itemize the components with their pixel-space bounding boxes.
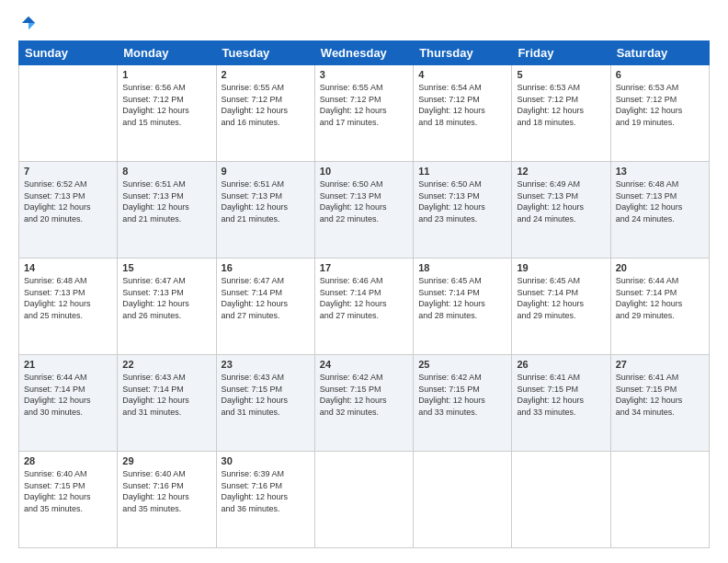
day-info: Sunrise: 6:47 AMSunset: 7:14 PMDaylight:… bbox=[222, 275, 310, 321]
day-info: Sunrise: 6:53 AMSunset: 7:12 PMDaylight:… bbox=[616, 82, 704, 128]
sunrise-label: Sunrise: 6:53 AM bbox=[616, 83, 679, 92]
calendar-cell: 9Sunrise: 6:51 AMSunset: 7:13 PMDaylight… bbox=[216, 162, 314, 259]
sunset-label: Sunset: 7:12 PM bbox=[418, 95, 480, 104]
day-info: Sunrise: 6:51 AMSunset: 7:13 PMDaylight:… bbox=[122, 178, 210, 224]
daylight-label: Daylight: 12 hoursand 27 minutes. bbox=[320, 299, 387, 320]
day-number: 1 bbox=[122, 69, 210, 80]
daylight-label: Daylight: 12 hoursand 35 minutes. bbox=[122, 492, 189, 513]
day-number: 23 bbox=[222, 359, 310, 370]
sunset-label: Sunset: 7:13 PM bbox=[122, 191, 184, 201]
daylight-label: Daylight: 12 hoursand 17 minutes. bbox=[320, 106, 387, 127]
daylight-label: Daylight: 12 hoursand 22 minutes. bbox=[320, 202, 387, 224]
sunset-label: Sunset: 7:16 PM bbox=[122, 481, 184, 490]
day-number: 13 bbox=[616, 166, 704, 177]
calendar-cell bbox=[610, 452, 709, 548]
day-info: Sunrise: 6:56 AMSunset: 7:12 PMDaylight:… bbox=[122, 82, 210, 128]
calendar-cell bbox=[19, 65, 118, 162]
day-number: 28 bbox=[24, 455, 112, 466]
sunset-label: Sunset: 7:15 PM bbox=[222, 385, 283, 394]
daylight-label: Daylight: 12 hoursand 16 minutes. bbox=[222, 106, 289, 127]
day-number: 14 bbox=[24, 262, 112, 273]
sunrise-label: Sunrise: 6:39 AM bbox=[222, 469, 285, 478]
day-info: Sunrise: 6:41 AMSunset: 7:15 PMDaylight:… bbox=[517, 372, 605, 418]
daylight-label: Daylight: 12 hoursand 32 minutes. bbox=[320, 396, 387, 417]
calendar-cell: 8Sunrise: 6:51 AMSunset: 7:13 PMDaylight… bbox=[118, 162, 216, 259]
calendar-cell: 25Sunrise: 6:42 AMSunset: 7:15 PMDayligh… bbox=[414, 355, 512, 452]
daylight-label: Daylight: 12 hoursand 33 minutes. bbox=[418, 396, 485, 417]
day-info: Sunrise: 6:49 AMSunset: 7:13 PMDaylight:… bbox=[517, 178, 605, 224]
day-info: Sunrise: 6:43 AMSunset: 7:15 PMDaylight:… bbox=[222, 372, 310, 418]
calendar-cell: 16Sunrise: 6:47 AMSunset: 7:14 PMDayligh… bbox=[216, 259, 314, 355]
column-header-tuesday: Tuesday bbox=[216, 41, 314, 65]
daylight-label: Daylight: 12 hoursand 25 minutes. bbox=[24, 299, 91, 320]
day-number: 12 bbox=[517, 166, 605, 177]
daylight-label: Daylight: 12 hoursand 18 minutes. bbox=[517, 106, 584, 127]
daylight-label: Daylight: 12 hoursand 18 minutes. bbox=[418, 106, 485, 127]
day-number: 19 bbox=[517, 262, 605, 273]
calendar-cell: 21Sunrise: 6:44 AMSunset: 7:14 PMDayligh… bbox=[19, 355, 118, 452]
day-number: 2 bbox=[222, 69, 310, 80]
sunrise-label: Sunrise: 6:48 AM bbox=[616, 179, 679, 189]
day-info: Sunrise: 6:43 AMSunset: 7:14 PMDaylight:… bbox=[122, 372, 210, 418]
sunrise-label: Sunrise: 6:42 AM bbox=[320, 373, 383, 382]
sunrise-label: Sunrise: 6:45 AM bbox=[418, 276, 482, 285]
sunset-label: Sunset: 7:12 PM bbox=[222, 95, 283, 104]
sunrise-label: Sunrise: 6:40 AM bbox=[24, 469, 87, 478]
daylight-label: Daylight: 12 hoursand 30 minutes. bbox=[24, 396, 91, 417]
day-number: 18 bbox=[418, 262, 506, 273]
sunrise-label: Sunrise: 6:55 AM bbox=[320, 83, 383, 92]
daylight-label: Daylight: 12 hoursand 33 minutes. bbox=[517, 396, 584, 417]
calendar-cell: 30Sunrise: 6:39 AMSunset: 7:16 PMDayligh… bbox=[216, 452, 314, 548]
calendar-cell: 24Sunrise: 6:42 AMSunset: 7:15 PMDayligh… bbox=[314, 355, 413, 452]
day-info: Sunrise: 6:50 AMSunset: 7:13 PMDaylight:… bbox=[320, 178, 408, 224]
calendar-cell: 13Sunrise: 6:48 AMSunset: 7:13 PMDayligh… bbox=[610, 162, 709, 259]
calendar-cell: 18Sunrise: 6:45 AMSunset: 7:14 PMDayligh… bbox=[414, 259, 512, 355]
calendar-cell: 11Sunrise: 6:50 AMSunset: 7:13 PMDayligh… bbox=[414, 162, 512, 259]
day-info: Sunrise: 6:40 AMSunset: 7:15 PMDaylight:… bbox=[24, 468, 112, 514]
day-info: Sunrise: 6:46 AMSunset: 7:14 PMDaylight:… bbox=[320, 275, 408, 321]
calendar-cell bbox=[314, 452, 413, 548]
day-number: 7 bbox=[24, 166, 112, 177]
sunset-label: Sunset: 7:13 PM bbox=[418, 191, 480, 201]
calendar-cell: 6Sunrise: 6:53 AMSunset: 7:12 PMDaylight… bbox=[610, 65, 709, 162]
sunrise-label: Sunrise: 6:47 AM bbox=[222, 276, 285, 285]
daylight-label: Daylight: 12 hoursand 19 minutes. bbox=[616, 106, 683, 127]
calendar-cell: 3Sunrise: 6:55 AMSunset: 7:12 PMDaylight… bbox=[314, 65, 413, 162]
sunrise-label: Sunrise: 6:51 AM bbox=[222, 179, 285, 189]
sunset-label: Sunset: 7:12 PM bbox=[517, 95, 578, 104]
day-info: Sunrise: 6:51 AMSunset: 7:13 PMDaylight:… bbox=[222, 178, 310, 224]
sunset-label: Sunset: 7:13 PM bbox=[517, 191, 578, 201]
calendar-cell: 14Sunrise: 6:48 AMSunset: 7:13 PMDayligh… bbox=[19, 259, 118, 355]
calendar-cell: 20Sunrise: 6:44 AMSunset: 7:14 PMDayligh… bbox=[610, 259, 709, 355]
sunset-label: Sunset: 7:13 PM bbox=[24, 288, 85, 297]
sunset-label: Sunset: 7:13 PM bbox=[24, 191, 85, 201]
calendar-week-row: 21Sunrise: 6:44 AMSunset: 7:14 PMDayligh… bbox=[19, 355, 710, 452]
day-info: Sunrise: 6:42 AMSunset: 7:15 PMDaylight:… bbox=[320, 372, 408, 418]
sunset-label: Sunset: 7:14 PM bbox=[517, 288, 578, 297]
daylight-label: Daylight: 12 hoursand 36 minutes. bbox=[222, 492, 289, 513]
sunrise-label: Sunrise: 6:46 AM bbox=[320, 276, 383, 285]
sunset-label: Sunset: 7:14 PM bbox=[24, 385, 85, 394]
sunrise-label: Sunrise: 6:53 AM bbox=[517, 83, 580, 92]
day-info: Sunrise: 6:47 AMSunset: 7:13 PMDaylight:… bbox=[122, 275, 210, 321]
sunset-label: Sunset: 7:12 PM bbox=[122, 95, 184, 104]
day-number: 11 bbox=[418, 166, 506, 177]
day-info: Sunrise: 6:50 AMSunset: 7:13 PMDaylight:… bbox=[418, 178, 506, 224]
day-info: Sunrise: 6:44 AMSunset: 7:14 PMDaylight:… bbox=[616, 275, 704, 321]
day-number: 16 bbox=[222, 262, 310, 273]
day-number: 9 bbox=[222, 166, 310, 177]
header bbox=[18, 15, 710, 31]
sunset-label: Sunset: 7:13 PM bbox=[320, 191, 381, 201]
sunset-label: Sunset: 7:14 PM bbox=[222, 288, 283, 297]
svg-marker-0 bbox=[22, 17, 35, 23]
calendar-cell: 4Sunrise: 6:54 AMSunset: 7:12 PMDaylight… bbox=[414, 65, 512, 162]
daylight-label: Daylight: 12 hoursand 21 minutes. bbox=[122, 202, 189, 224]
calendar-cell: 26Sunrise: 6:41 AMSunset: 7:15 PMDayligh… bbox=[512, 355, 610, 452]
sunset-label: Sunset: 7:12 PM bbox=[616, 95, 677, 104]
sunrise-label: Sunrise: 6:48 AM bbox=[24, 276, 87, 285]
calendar-cell bbox=[512, 452, 610, 548]
day-number: 3 bbox=[320, 69, 408, 80]
calendar-cell: 17Sunrise: 6:46 AMSunset: 7:14 PMDayligh… bbox=[314, 259, 413, 355]
calendar-cell: 15Sunrise: 6:47 AMSunset: 7:13 PMDayligh… bbox=[118, 259, 216, 355]
sunset-label: Sunset: 7:15 PM bbox=[24, 481, 85, 490]
